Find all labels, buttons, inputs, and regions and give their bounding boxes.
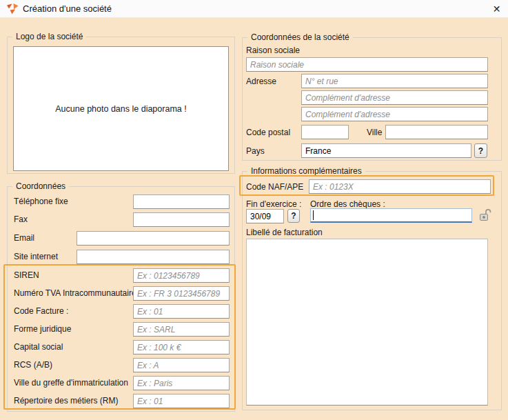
close-button[interactable]: ✕ <box>485 0 508 18</box>
window-title: Création d'une société <box>23 0 112 18</box>
rcs-label: RCS (A/B) <box>14 360 52 370</box>
adresse-label: Adresse <box>246 77 276 87</box>
logo-empty-text: Aucune photo dans le diaporama ! <box>55 104 186 114</box>
unlock-icon[interactable] <box>478 208 492 223</box>
fax-input[interactable] <box>133 212 230 227</box>
coordonnees-legend: Coordonnées <box>12 181 69 192</box>
telephone-label: Téléphone fixe <box>14 197 68 207</box>
siren-input[interactable] <box>133 268 230 283</box>
telephone-input[interactable] <box>133 194 230 209</box>
pays-input[interactable] <box>301 143 471 158</box>
pays-label: Pays <box>246 146 265 157</box>
company-creation-dialog: Création d'une société ✕ Logo de la soci… <box>0 0 508 420</box>
adresse-complement2-input[interactable] <box>301 107 488 121</box>
greffe-input[interactable] <box>133 376 230 390</box>
ville-label: Ville <box>367 128 382 138</box>
email-label: Email <box>14 233 34 243</box>
libelle-facturation-label: Libellé de facturation <box>246 228 323 238</box>
text-caret <box>313 210 314 220</box>
greffe-label: Ville du greffe d'immatriculation <box>14 378 128 388</box>
ville-input[interactable] <box>385 125 488 139</box>
code-postal-input[interactable] <box>301 125 349 139</box>
libelle-facturation-textarea[interactable] <box>246 239 488 406</box>
titlebar: Création d'une société ✕ <box>0 0 508 18</box>
pays-help-button[interactable]: ? <box>474 143 487 158</box>
capital-social-label: Capital social <box>14 342 63 352</box>
forme-juridique-label: Forme juridique <box>14 324 71 334</box>
siren-label: SIREN <box>14 270 39 281</box>
code-postal-label: Code postal <box>246 128 290 138</box>
adresse-rue-input[interactable] <box>301 74 488 88</box>
ordre-cheques-input[interactable] <box>310 208 472 223</box>
email-input[interactable] <box>77 231 230 246</box>
naf-label: Code NAF/APE <box>246 182 303 192</box>
app-icon <box>6 3 19 15</box>
forme-juridique-input[interactable] <box>133 322 230 337</box>
raison-sociale-label: Raison sociale <box>246 46 300 56</box>
tva-label: Numéro TVA Intracommunautaire <box>14 288 136 299</box>
logo-legend: Logo de la société <box>12 32 86 42</box>
capital-social-input[interactable] <box>133 340 230 354</box>
code-facture-input[interactable] <box>133 304 230 319</box>
fin-exercice-input[interactable] <box>246 209 284 223</box>
logo-photo-area[interactable]: Aucune photo dans le diaporama ! <box>13 46 229 171</box>
fax-label: Fax <box>14 214 28 225</box>
adresse-complement1-input[interactable] <box>301 90 488 105</box>
site-internet-label: Site internet <box>14 252 58 262</box>
infos-legend: Informations complémentaires <box>247 166 365 177</box>
naf-input[interactable] <box>309 179 491 194</box>
societe-legend: Coordonnées de la société <box>247 32 353 43</box>
repertoire-metiers-input[interactable] <box>133 394 230 408</box>
tva-input[interactable] <box>133 286 230 301</box>
repertoire-metiers-label: Répertoire des métiers (RM) <box>14 396 118 406</box>
code-facture-label: Code Facture : <box>14 306 68 317</box>
fin-exercice-help-button[interactable]: ? <box>287 209 300 223</box>
site-internet-input[interactable] <box>77 250 230 264</box>
raison-sociale-input[interactable] <box>246 57 488 72</box>
fin-exercice-label: Fin d'exercice : <box>246 199 301 210</box>
rcs-input[interactable] <box>133 358 230 372</box>
